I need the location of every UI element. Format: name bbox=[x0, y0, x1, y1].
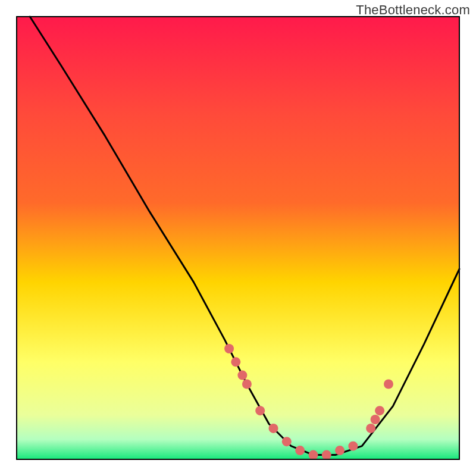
bottleneck-chart bbox=[0, 0, 476, 476]
sample-dot bbox=[224, 344, 234, 353]
sample-dot bbox=[269, 424, 278, 433]
sample-dot bbox=[335, 446, 345, 455]
sample-dot bbox=[384, 380, 393, 389]
sample-dot bbox=[242, 380, 252, 389]
sample-dot bbox=[255, 406, 265, 415]
sample-dot bbox=[371, 415, 380, 424]
sample-dot bbox=[231, 357, 240, 367]
sample-dot bbox=[366, 424, 375, 433]
sample-dot bbox=[348, 441, 358, 451]
sample-dot bbox=[282, 437, 292, 446]
sample-dot bbox=[375, 406, 384, 415]
sample-dot bbox=[237, 371, 247, 380]
sample-dot bbox=[309, 450, 318, 460]
sample-dot bbox=[295, 446, 305, 455]
sample-dot bbox=[322, 450, 331, 460]
chart-frame: TheBottleneck.com bbox=[0, 0, 476, 476]
gradient-background bbox=[17, 17, 459, 459]
watermark-text: TheBottleneck.com bbox=[356, 2, 470, 18]
